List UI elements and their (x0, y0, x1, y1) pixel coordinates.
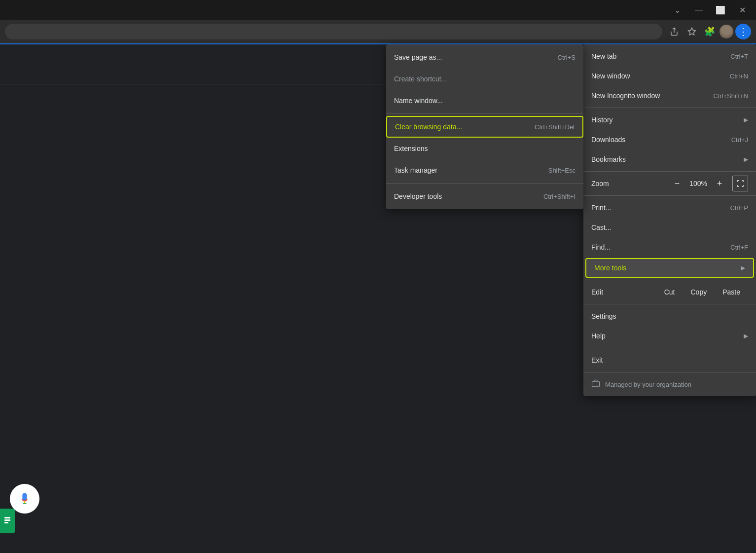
more-tools-menu: Save page as... Ctrl+S Create shortcut..… (386, 44, 583, 209)
divider-7 (583, 372, 756, 372)
extension-icon[interactable]: 🧩 (702, 24, 718, 39)
more-tools-extensions[interactable]: Extensions (386, 138, 583, 159)
managed-row: Managed by your organization (583, 374, 756, 394)
more-tools-task-manager[interactable]: Task manager Shift+Esc (386, 159, 583, 181)
menu-bookmarks[interactable]: Bookmarks ▶ (583, 149, 756, 169)
star-icon[interactable] (684, 24, 700, 39)
divider (0, 84, 395, 84)
zoom-controls: − 100% + (668, 176, 748, 191)
address-bar[interactable] (5, 24, 662, 39)
zoom-minus-btn[interactable]: − (668, 176, 686, 191)
menu-more-tools[interactable]: More tools ▶ (585, 258, 754, 278)
zoom-value: 100% (686, 180, 711, 187)
managed-icon (591, 379, 600, 390)
more-tools-divider-1 (386, 113, 583, 114)
menu-button[interactable]: ⋮ (735, 24, 751, 39)
copy-btn[interactable]: Copy (683, 284, 715, 300)
chrome-menu: New tab Ctrl+T New window Ctrl+N New Inc… (583, 44, 756, 396)
divider-2 (583, 171, 756, 172)
svg-marker-0 (688, 28, 696, 35)
menu-new-window[interactable]: New window Ctrl+N (583, 66, 756, 86)
menu-settings[interactable]: Settings (583, 306, 756, 326)
svg-rect-3 (4, 517, 10, 518)
more-tools-devtools[interactable]: Developer tools Ctrl+Shift+I (386, 185, 583, 207)
menu-print[interactable]: Print... Ctrl+P (583, 198, 756, 218)
divider-4 (583, 280, 756, 280)
more-tools-divider-2 (386, 183, 583, 184)
browser-chrome: 🧩 ⋮ (0, 20, 756, 44)
more-tools-shortcut[interactable]: Create shortcut... (386, 68, 583, 90)
edit-buttons: Cut Copy Paste (656, 284, 748, 300)
avatar[interactable] (720, 25, 733, 38)
title-bar: ⌄ — ⬜ ✕ (0, 0, 756, 20)
svg-rect-5 (4, 522, 8, 523)
zoom-plus-btn[interactable]: + (711, 176, 728, 191)
menu-history[interactable]: History ▶ (583, 110, 756, 130)
more-tools-clear-browsing[interactable]: Clear browsing data... Ctrl+Shift+Del (386, 116, 583, 138)
cut-btn[interactable]: Cut (656, 284, 683, 300)
dropdown-btn[interactable]: ⌄ (668, 2, 686, 17)
more-tools-save[interactable]: Save page as... Ctrl+S (386, 46, 583, 68)
menu-new-tab[interactable]: New tab Ctrl+T (583, 46, 756, 66)
svg-rect-4 (4, 519, 10, 521)
menu-exit[interactable]: Exit (583, 350, 756, 370)
toolbar-icons: 🧩 ⋮ (666, 24, 751, 39)
divider-3 (583, 195, 756, 196)
menu-find[interactable]: Find... Ctrl+F (583, 237, 756, 257)
more-tools-name-window[interactable]: Name window... (386, 90, 583, 111)
menu-help[interactable]: Help ▶ (583, 326, 756, 346)
menu-cast[interactable]: Cast... (583, 218, 756, 237)
divider-5 (583, 304, 756, 304)
minimize-btn[interactable]: — (690, 2, 708, 17)
share-icon[interactable] (666, 24, 682, 39)
menu-incognito[interactable]: New Incognito window Ctrl+Shift+N (583, 86, 756, 106)
svg-rect-6 (592, 381, 600, 387)
close-btn[interactable]: ✕ (733, 2, 751, 17)
divider-1 (583, 108, 756, 108)
zoom-row: Zoom − 100% + (583, 174, 756, 193)
edit-row: Edit Cut Copy Paste (583, 282, 756, 302)
maximize-btn[interactable]: ⬜ (712, 2, 729, 17)
page-area: New tab Ctrl+T New window Ctrl+N New Inc… (0, 44, 756, 553)
green-sidebar-icon[interactable] (0, 509, 15, 533)
divider-6 (583, 348, 756, 348)
paste-btn[interactable]: Paste (715, 284, 748, 300)
zoom-fullscreen-btn[interactable] (732, 176, 748, 191)
menu-downloads[interactable]: Downloads Ctrl+J (583, 130, 756, 149)
